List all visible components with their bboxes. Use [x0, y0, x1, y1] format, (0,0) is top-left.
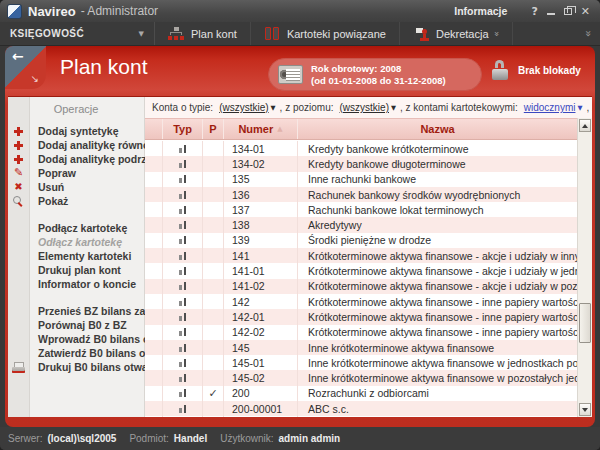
sidebar-item-wprowadź-b0-bilans-otwarcia[interactable]: Wprowadź B0 bilans otwarcia	[8, 332, 144, 346]
sidebar-item-label: Popraw	[38, 167, 76, 179]
column-header-indicator[interactable]	[145, 119, 163, 139]
numer-cell: 145-01	[224, 355, 298, 370]
scroll-up-button[interactable]	[579, 119, 591, 132]
sidebar-item-informator-o-koncie[interactable]: Informator o koncie	[8, 277, 144, 291]
table-row[interactable]: 134-01Kredyty bankowe krótkoterminowe	[145, 141, 577, 156]
table-row[interactable]: 145-01Inne krótkoterminowe aktywa finans…	[145, 355, 577, 370]
table-row[interactable]: 135Inne rachunki bankowe	[145, 172, 577, 187]
table-row[interactable]: 142Krótkoterminowe aktywa finansowe - in…	[145, 294, 577, 309]
sidebar-icon-cell	[8, 141, 29, 150]
table-row[interactable]: 142-02Krótkoterminowe aktywa finansowe -…	[145, 325, 577, 340]
typ-cell	[163, 401, 203, 416]
informacje-button[interactable]: Informacje	[454, 5, 507, 17]
sidebar-item-zatwierdź-b0-bilans-otwarcia[interactable]: Zatwierdź B0 bilans otwarcia	[8, 346, 144, 360]
account-type-icon	[179, 328, 186, 336]
app-title-suffix: - Administrator	[81, 4, 158, 18]
dropdown-chevron-icon[interactable]: »	[491, 31, 501, 37]
sidebar-item-porównaj-b0-z-bz[interactable]: Porównaj B0 z BZ	[8, 318, 144, 332]
chevron-down-icon: ▼	[139, 30, 144, 38]
nazwa-cell: Rachunek bankowy środków wyodrębnionych	[298, 187, 577, 202]
help-button[interactable]: ?	[531, 6, 537, 17]
column-header-p[interactable]: P	[203, 119, 224, 139]
sidebar-item-dodaj-syntetykę[interactable]: Dodaj syntetykę	[8, 124, 144, 138]
stamp-icon	[413, 27, 429, 41]
sidebar-groups: Dodaj syntetykęDodaj analitykę równorzęd…	[8, 124, 144, 374]
numer-cell: 141	[224, 248, 298, 263]
sidebar-item-dodaj-analitykę-podrzędną[interactable]: Dodaj analitykę podrzędną	[8, 152, 144, 166]
account-type-icon	[179, 252, 186, 260]
entity-label: Podmiot:	[129, 433, 168, 444]
status-bar: Serwer: (local)\sql2005 Podmiot: Handel …	[0, 427, 600, 450]
row-indicator-cell	[145, 263, 163, 278]
sidebar-item-dodaj-analitykę-równorzędną[interactable]: Dodaj analitykę równorzędną	[8, 138, 144, 152]
table-row[interactable]: 134-02Kredyty bankowe długoterminowe	[145, 156, 577, 171]
column-header-numer[interactable]: Numer ▲	[224, 119, 298, 139]
filter-label-poziom: , z poziomu:	[280, 102, 334, 113]
sidebar-item-popraw[interactable]: ✎Popraw	[8, 166, 144, 180]
close-button[interactable]: ✕	[581, 6, 590, 17]
scroll-thumb[interactable]	[579, 303, 591, 343]
filter-link-kartoteki[interactable]: widocznymi	[524, 102, 576, 113]
sidebar-item-elementy-kartoteki[interactable]: Elementy kartoteki	[8, 249, 144, 263]
table-row[interactable]: ✓200Rozrachunki z odbiorcami	[145, 386, 577, 401]
account-type-icon	[179, 191, 186, 199]
sidebar: Operacje Dodaj syntetykęDodaj analitykę …	[8, 97, 145, 417]
typ-cell	[163, 233, 203, 248]
sidebar-item-przenieś-bz-bilans-zamknięcia[interactable]: Przenieś BZ bilans zamknięcia	[8, 304, 144, 318]
table-row[interactable]: 200-00001ABC s.c.	[145, 401, 577, 416]
nazwa-cell: Krótkoterminowe aktywa finansowe - inne …	[298, 294, 577, 309]
sidebar-icon-cell	[8, 155, 29, 164]
print-icon	[12, 362, 25, 373]
toolbar-overflow-chevron-icon[interactable]: »	[582, 30, 595, 37]
filter-caret-icon[interactable]: ▼	[391, 104, 396, 112]
fiscal-year-badge[interactable]: Rok obrotowy: 2008 (od 01-01-2008 do 31-…	[268, 58, 482, 91]
scroll-down-button[interactable]	[579, 403, 591, 416]
typ-cell	[163, 386, 203, 401]
sidebar-title: Operacje	[8, 97, 144, 124]
vertical-scrollbar[interactable]	[577, 118, 592, 417]
module-selector[interactable]: KSIĘGOWOŚĆ ▼	[0, 22, 155, 45]
numer-cell: 136	[224, 187, 298, 202]
sidebar-item-podłącz-kartotekę[interactable]: Podłącz kartotekę	[8, 221, 144, 235]
column-header-typ[interactable]: Typ	[163, 119, 203, 139]
sidebar-item-drukuj-b0-bilans-otwarcia[interactable]: Drukuj B0 bilans otwarcia	[8, 360, 144, 374]
sidebar-item-pokaż[interactable]: Pokaż	[8, 194, 144, 208]
back-button[interactable]: ← ↘	[5, 46, 46, 89]
fiscal-year-line2: (od 01-01-2008 do 31-12-2008)	[311, 75, 446, 87]
table-row[interactable]: 137Rachunki bankowe lokat terminowych	[145, 202, 577, 217]
sidebar-icon-cell	[8, 127, 29, 136]
server-label: Serwer:	[8, 433, 42, 444]
table-row[interactable]: 141-02Krótkoterminowe aktywa finansowe -…	[145, 279, 577, 294]
account-type-icon	[179, 221, 186, 229]
row-indicator-cell	[145, 401, 163, 416]
nazwa-cell: Rachunki bankowe lokat terminowych	[298, 202, 577, 217]
account-type-icon	[179, 313, 186, 321]
page-title: Plan kont	[60, 55, 148, 79]
sidebar-icon-cell: ✎	[8, 168, 29, 178]
table-row[interactable]: 138Akredytywy	[145, 217, 577, 232]
filter-caret-icon[interactable]: ▼	[271, 104, 276, 112]
minimize-button[interactable]	[547, 13, 555, 15]
table-row[interactable]: 141Krótkoterminowe aktywa finansowe - ak…	[145, 248, 577, 263]
table-row[interactable]: 136Rachunek bankowy środków wyodrębniony…	[145, 187, 577, 202]
table-row[interactable]: 145Inne krótkoterminowe aktywa finansowe	[145, 340, 577, 355]
table-row[interactable]: 141-01Krótkoterminowe aktywa finansowe -…	[145, 263, 577, 278]
sidebar-item-label: Drukuj plan kont	[38, 264, 121, 276]
table-row[interactable]: 139Środki pieniężne w drodze	[145, 233, 577, 248]
table-row[interactable]: 200-00002FRT S.A.	[145, 416, 577, 417]
numer-cell: 145-02	[224, 370, 298, 385]
filter-link-poziom[interactable]: (wszystkie)	[340, 102, 389, 113]
table-row[interactable]: 145-02Inne krótkoterminowe aktywa finans…	[145, 370, 577, 385]
nazwa-cell: Krótkoterminowe aktywa finansowe - akcje…	[298, 279, 577, 294]
toolbar-item-plan-kont[interactable]: Plan kont	[155, 22, 251, 45]
numer-cell: 137	[224, 202, 298, 217]
sidebar-item-drukuj-plan-kont[interactable]: Drukuj plan kont	[8, 263, 144, 277]
toolbar-item-kartoteki-powiązane[interactable]: Kartoteki powiązane	[251, 22, 400, 45]
table-row[interactable]: 142-01Krótkoterminowe aktywa finansowe -…	[145, 309, 577, 324]
restore-button[interactable]	[564, 8, 572, 15]
filter-link-typ[interactable]: (wszystkie)	[219, 102, 268, 113]
column-header-nazwa[interactable]: Nazwa	[298, 119, 577, 139]
filter-caret-icon[interactable]: ▼	[577, 104, 582, 112]
toolbar-item-dekretacja[interactable]: Dekretacja»	[400, 22, 513, 45]
sidebar-item-usuń[interactable]: ✖Usuń	[8, 180, 144, 194]
